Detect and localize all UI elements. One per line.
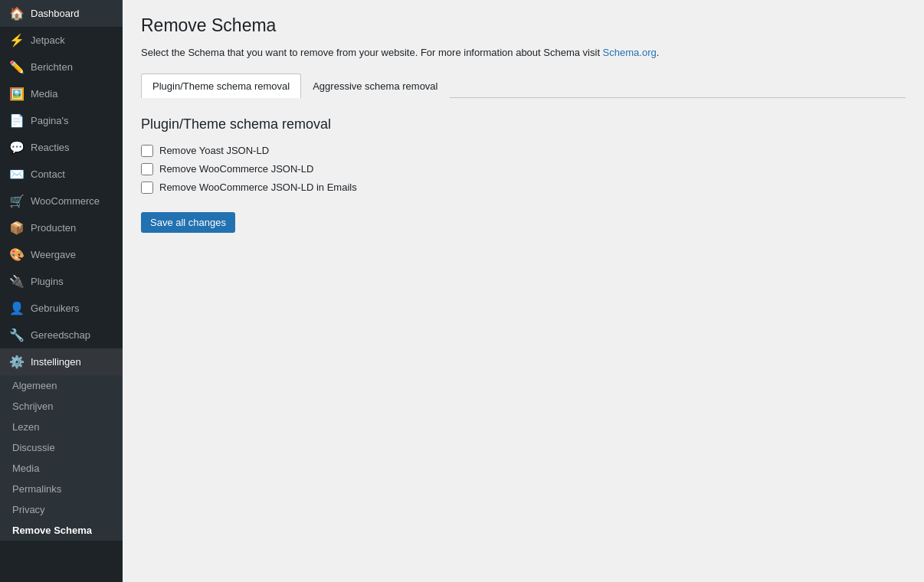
sidebar-item-label: Media [31, 88, 57, 100]
section-title: Plugin/Theme schema removal [141, 116, 906, 132]
sidebar-item-producten[interactable]: 📦Producten [0, 214, 123, 241]
sidebar-item-label: Gebruikers [31, 302, 80, 314]
submenu-item-privacy[interactable]: Privacy [0, 499, 123, 520]
sidebar-item-label: Berichten [31, 61, 73, 73]
contact-icon: ✉️ [9, 167, 25, 181]
sidebar-item-jetpack[interactable]: ⚡Jetpack [0, 27, 123, 54]
producten-icon: 📦 [9, 221, 25, 235]
weergave-icon: 🎨 [9, 247, 25, 262]
sidebar-item-label: Dashboard [31, 8, 80, 19]
description-end: . [657, 47, 660, 58]
tab-aggressive[interactable]: Aggressive schema removal [301, 74, 449, 98]
page-title: Remove Schema [141, 15, 906, 36]
tab-navigation: Plugin/Theme schema removalAggressive sc… [141, 74, 906, 98]
woocommerce-icon: 🛒 [9, 194, 25, 208]
submenu-item-discussie[interactable]: Discussie [0, 437, 123, 458]
plugins-icon: 🔌 [9, 274, 25, 289]
sidebar-item-reacties[interactable]: 💬Reacties [0, 134, 123, 161]
sidebar-item-label: Producten [31, 222, 76, 234]
save-button[interactable]: Save all changes [141, 212, 235, 233]
submenu-item-remove-schema[interactable]: Remove Schema [0, 520, 123, 541]
sidebar-item-woocommerce[interactable]: 🛒WooCommerce [0, 188, 123, 214]
sidebar-item-label: Gereedschap [31, 329, 90, 341]
gereedschap-icon: 🔧 [9, 328, 25, 342]
submenu-instellingen: AlgemeenSchrijvenLezenDiscussieMediaPerm… [0, 375, 123, 541]
checkbox-label-woocommerce-emails: Remove WooCommerce JSON-LD in Emails [159, 181, 357, 193]
dashboard-icon: 🏠 [9, 6, 25, 21]
sidebar-item-label: WooCommerce [31, 195, 100, 207]
sidebar-item-paginas[interactable]: 📄Pagina's [0, 107, 123, 134]
sidebar-item-label: Reacties [31, 142, 70, 153]
submenu-item-media[interactable]: Media [0, 458, 123, 479]
submenu-item-schrijven[interactable]: Schrijven [0, 396, 123, 417]
sidebar-item-gebruikers[interactable]: 👤Gebruikers [0, 295, 123, 322]
checkbox-row-woocommerce: Remove WooCommerce JSON-LD [141, 163, 906, 175]
sidebar-item-label: Pagina's [31, 115, 68, 126]
submenu-item-lezen[interactable]: Lezen [0, 417, 123, 437]
description-text: Select the Schema that you want to remov… [141, 47, 603, 58]
sidebar-item-contact[interactable]: ✉️Contact [0, 161, 123, 188]
tab-content: Plugin/Theme schema removal Remove Yoast… [141, 116, 906, 233]
checkbox-woocommerce[interactable] [141, 163, 153, 175]
sidebar-item-gereedschap[interactable]: 🔧Gereedschap [0, 322, 123, 348]
instellingen-icon: ⚙️ [9, 355, 25, 369]
sidebar-nav: 🏠Dashboard⚡Jetpack✏️Berichten🖼️Media📄Pag… [0, 0, 123, 541]
sidebar-item-instellingen[interactable]: ⚙️Instellingen [0, 348, 123, 375]
submenu-item-permalinks[interactable]: Permalinks [0, 479, 123, 499]
reacties-icon: 💬 [9, 140, 25, 155]
media-icon: 🖼️ [9, 87, 25, 101]
gebruikers-icon: 👤 [9, 301, 25, 316]
sidebar-item-label: Contact [31, 168, 65, 180]
checkbox-woocommerce-emails[interactable] [141, 181, 153, 194]
checkbox-row-yoast: Remove Yoast JSON-LD [141, 145, 906, 157]
submenu-item-algemeen[interactable]: Algemeen [0, 375, 123, 396]
sidebar-item-media[interactable]: 🖼️Media [0, 80, 123, 107]
sidebar-item-dashboard[interactable]: 🏠Dashboard [0, 0, 123, 27]
main-content: Remove Schema Select the Schema that you… [123, 0, 924, 582]
schema-org-link[interactable]: Schema.org [603, 47, 657, 58]
sidebar-item-label: Plugins [31, 276, 64, 287]
sidebar-item-berichten[interactable]: ✏️Berichten [0, 54, 123, 80]
sidebar-item-label: Instellingen [31, 356, 81, 368]
sidebar-item-weergave[interactable]: 🎨Weergave [0, 241, 123, 268]
sidebar-item-label: Weergave [31, 249, 76, 260]
berichten-icon: ✏️ [9, 60, 25, 74]
page-description: Select the Schema that you want to remov… [141, 45, 906, 61]
tab-plugin-theme[interactable]: Plugin/Theme schema removal [141, 74, 301, 98]
checkbox-label-woocommerce: Remove WooCommerce JSON-LD [159, 163, 313, 175]
jetpack-icon: ⚡ [9, 33, 25, 47]
checkbox-row-woocommerce-emails: Remove WooCommerce JSON-LD in Emails [141, 181, 906, 194]
sidebar-item-plugins[interactable]: 🔌Plugins [0, 268, 123, 295]
paginas-icon: 📄 [9, 113, 25, 128]
checkboxes-container: Remove Yoast JSON-LD Remove WooCommerce … [141, 145, 906, 194]
sidebar-item-label: Jetpack [31, 34, 65, 46]
checkbox-label-yoast: Remove Yoast JSON-LD [159, 145, 269, 156]
sidebar: 🏠Dashboard⚡Jetpack✏️Berichten🖼️Media📄Pag… [0, 0, 123, 582]
checkbox-yoast[interactable] [141, 145, 153, 157]
